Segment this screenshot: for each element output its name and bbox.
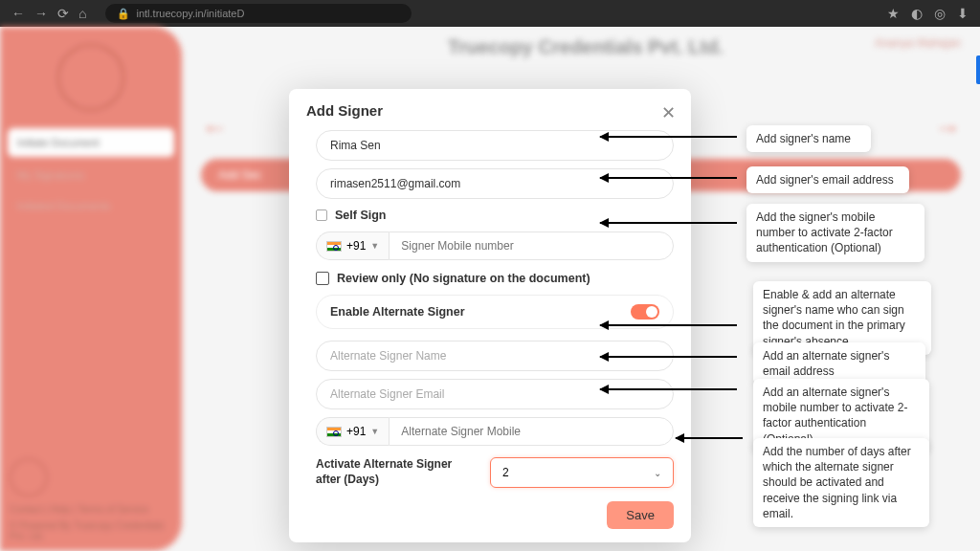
arrow-line [600,388,737,390]
reload-icon[interactable]: ⟳ [57,6,69,21]
modal-title: Add Signer [306,102,674,119]
user-badge[interactable]: Ananya Mahajan [875,36,961,50]
back-icon[interactable]: ← [11,6,25,21]
arrow-line [600,324,737,326]
signer-email-input[interactable] [316,168,674,199]
activate-days-label: Activate Alternate Signer after (Days) [316,457,479,487]
sidebar-item-signatures[interactable]: My Signatures [8,163,174,187]
footer-logo-icon [10,458,48,496]
arrow-line [676,437,743,439]
forward-icon[interactable]: → [34,6,48,21]
sidebar-item-documents[interactable]: Initiated Documents [8,193,174,218]
callout-days: Add the number of days after which the a… [753,438,929,527]
chevron-down-icon: ▼ [370,241,379,251]
next-arrow-icon[interactable]: → [934,113,961,143]
alt-email-input[interactable] [316,379,674,409]
arrow-line [600,222,737,224]
alt-mobile-input[interactable] [389,417,674,446]
browser-nav: ← → ⟳ ⌂ [11,6,86,21]
chevron-down-icon: ▼ [370,427,379,436]
alt-country-code-select[interactable]: +91 ▼ [316,417,389,446]
self-sign-checkbox[interactable]: Self Sign [316,209,674,222]
alt-mobile-row: +91 ▼ [316,417,674,446]
save-button[interactable]: Save [607,501,674,529]
callout-mobile: Add the signer's mobile number to activa… [746,204,924,262]
flag-icon [326,427,342,437]
signer-name-input[interactable] [316,130,674,161]
add-signer-modal: Add Signer ✕ Self Sign +91 ▼ Review only… [289,89,691,542]
checkbox-icon [316,209,327,221]
home-icon[interactable]: ⌂ [78,6,86,21]
star-icon[interactable]: ★ [887,6,900,21]
signer-mobile-row: +91 ▼ [316,231,674,260]
url-bar[interactable]: 🔒 intl.truecopy.in/initiateD [105,4,412,23]
callout-email: Add signer's email address [746,166,909,193]
flag-icon [326,241,342,252]
prev-arrow-icon[interactable]: ← [201,113,228,143]
callout-name: Add signer's name [746,125,871,152]
activate-days-row: Activate Alternate Signer after (Days) 2… [316,457,674,488]
arrow-line [600,177,737,179]
arrow-line [600,356,737,358]
browser-extensions: ★ ◐ ◎ ⬇ [887,6,969,21]
moon-icon[interactable]: ◐ [911,6,923,21]
ext-icon[interactable]: ◎ [934,6,946,21]
toggle-on-icon [631,304,659,320]
logo-icon [57,44,124,111]
country-code-select[interactable]: +91 ▼ [316,231,389,260]
review-only-checkbox[interactable]: Review only (No signature on the documen… [316,272,674,285]
right-edge-indicator [976,55,980,84]
page-title: Truecopy Credentials Pvt. Ltd. [191,36,980,58]
sidebar: Initiate Document My Signatures Initiate… [0,27,182,551]
chevron-down-icon: ⌄ [654,468,661,478]
signer-mobile-input[interactable] [389,231,674,260]
sidebar-item-initiate[interactable]: Initiate Document [8,128,174,157]
activate-days-select[interactable]: 2 ⌄ [490,457,674,488]
checkbox-icon [316,272,329,285]
close-icon[interactable]: ✕ [661,102,676,123]
browser-bar: ← → ⟳ ⌂ 🔒 intl.truecopy.in/initiateD ★ ◐… [0,0,980,27]
arrow-line [600,136,737,138]
download-icon[interactable]: ⬇ [957,6,969,21]
